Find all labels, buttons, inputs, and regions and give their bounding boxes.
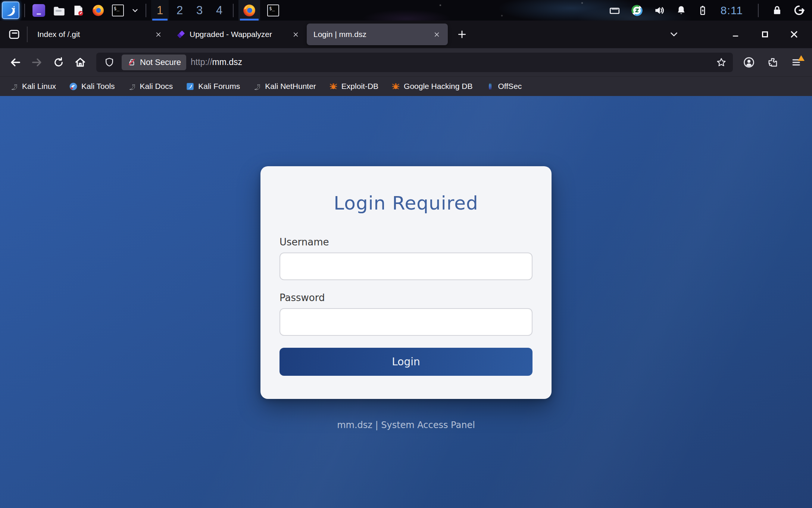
not-secure-label: Not Secure	[140, 58, 181, 67]
login-card: Login Required Username Password Login	[260, 166, 552, 399]
home-button[interactable]	[71, 53, 90, 72]
chevron-down-icon	[131, 6, 140, 15]
broken-lock-icon	[127, 57, 137, 67]
offsec-icon	[485, 82, 495, 91]
launcher-dropdown-button[interactable]	[129, 3, 141, 18]
lock-screen-icon	[771, 4, 783, 16]
bookmark-offsec[interactable]: OffSec	[481, 79, 527, 94]
file-manager-button[interactable]	[50, 1, 67, 19]
panel-separator	[233, 4, 234, 17]
panel-separator	[758, 4, 759, 17]
workspace-3[interactable]: 3	[191, 0, 208, 21]
url-text[interactable]: http://mm.dsz	[191, 57, 708, 67]
bookmark-label: Kali Docs	[140, 82, 173, 91]
notifications-tray-button[interactable]	[675, 4, 687, 16]
back-button[interactable]	[6, 53, 25, 72]
username-label: Username	[279, 236, 533, 248]
bookmark-kali-nethunter[interactable]: Kali NetHunter	[248, 79, 321, 94]
list-all-tabs-button[interactable]	[664, 25, 684, 44]
password-input[interactable]	[279, 308, 533, 336]
wappalyzer-favicon	[176, 30, 186, 39]
text-editor-button[interactable]	[69, 1, 87, 19]
kali-tools-icon	[69, 82, 78, 91]
login-page: Login Required Username Password Login m…	[0, 96, 812, 508]
tab-login-mm-dsz[interactable]: Login | mm.dsz	[307, 24, 448, 45]
tab-wappalyzer[interactable]: Upgraded - Wappalyzer	[169, 24, 307, 45]
home-icon	[74, 56, 87, 69]
power-button[interactable]	[793, 4, 805, 16]
bug-icon	[391, 82, 400, 91]
workspace-1[interactable]: 1	[151, 0, 169, 21]
window-close-button[interactable]	[787, 27, 802, 42]
toolbar-right-buttons	[740, 53, 806, 72]
maximize-button[interactable]	[758, 27, 772, 42]
window-controls	[728, 27, 808, 42]
firefox-navigation-toolbar: Not Secure http://mm.dsz	[0, 48, 812, 76]
firefox-launcher-button[interactable]	[89, 1, 107, 19]
bookmark-label: Google Hacking DB	[404, 82, 472, 91]
text-editor-icon	[72, 4, 85, 17]
extensions-button[interactable]	[763, 53, 782, 72]
kali-dragon-icon	[10, 82, 19, 91]
username-input[interactable]	[279, 253, 533, 280]
firefox-icon	[91, 4, 105, 17]
menu-button[interactable]	[787, 53, 806, 72]
not-secure-chip[interactable]: Not Secure	[122, 55, 186, 70]
tab-index-of-git[interactable]: Index of /.git	[31, 24, 169, 45]
login-button[interactable]: Login	[279, 348, 533, 376]
reload-button[interactable]	[49, 53, 68, 72]
sync-tray-button[interactable]	[631, 4, 643, 17]
bookmark-star-button[interactable]	[713, 54, 730, 71]
kali-desktop-screen: $_ 1 2 3 4 $_	[0, 0, 812, 508]
desktop-icon	[32, 4, 45, 17]
bookmark-kali-tools[interactable]: Kali Tools	[64, 79, 119, 94]
workspace-4[interactable]: 4	[210, 0, 228, 21]
terminal-icon: $_	[112, 4, 124, 16]
minimize-icon	[731, 30, 740, 39]
password-label: Password	[279, 292, 533, 303]
minimize-button[interactable]	[728, 27, 743, 42]
volume-tray-button[interactable]	[653, 4, 665, 16]
panel-separator	[146, 4, 146, 17]
account-button[interactable]	[740, 53, 758, 72]
clock[interactable]: 8:11	[718, 4, 745, 17]
terminal-icon: $_	[267, 4, 279, 16]
task-terminal-window[interactable]: $_	[262, 0, 284, 21]
url-bar[interactable]: Not Secure http://mm.dsz	[96, 53, 733, 72]
forward-button[interactable]	[28, 53, 46, 72]
bookmark-label: Kali Linux	[22, 82, 56, 91]
url-scheme: http://	[191, 57, 212, 67]
terminal-launcher-button[interactable]: $_	[109, 1, 127, 19]
battery-tray-button[interactable]	[697, 5, 708, 16]
tab-close-icon[interactable]	[153, 30, 163, 40]
show-desktop-button[interactable]	[30, 1, 47, 19]
window-close-icon	[789, 30, 799, 39]
shield-icon	[104, 57, 115, 68]
bookmark-label: OffSec	[498, 82, 522, 91]
tab-separator	[27, 27, 28, 42]
bookmark-kali-forums[interactable]: Kali Forums	[181, 79, 244, 94]
firefox-icon	[242, 3, 256, 18]
tracking-protection-button[interactable]	[102, 55, 117, 70]
bookmark-kali-docs[interactable]: Kali Docs	[123, 79, 178, 94]
sync-icon	[631, 4, 643, 17]
power-icon	[793, 4, 805, 16]
notifications-icon	[675, 4, 687, 16]
panel-separator	[24, 4, 25, 17]
firefox-view-button[interactable]	[4, 25, 24, 44]
kali-menu-button[interactable]	[2, 1, 19, 19]
back-icon	[9, 56, 22, 69]
firefox-view-icon	[8, 28, 21, 41]
tab-close-icon[interactable]	[291, 30, 301, 40]
bookmark-exploit-db[interactable]: Exploit-DB	[324, 79, 383, 94]
network-tray-button[interactable]	[609, 4, 621, 16]
tab-close-icon[interactable]	[432, 30, 442, 40]
task-firefox-window[interactable]	[238, 0, 260, 21]
workspace-2[interactable]: 2	[171, 0, 188, 21]
kali-forums-icon	[185, 82, 195, 91]
lock-screen-button[interactable]	[771, 4, 783, 16]
bookmark-google-hacking-db[interactable]: Google Hacking DB	[387, 79, 477, 94]
page-footer: mm.dsz | System Access Panel	[0, 420, 812, 430]
bookmark-kali-linux[interactable]: Kali Linux	[5, 79, 60, 94]
new-tab-button[interactable]	[452, 25, 472, 44]
